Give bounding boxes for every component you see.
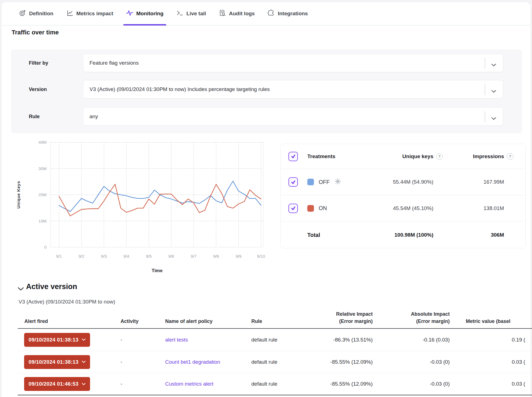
tab-label: Definition (29, 11, 53, 17)
monitoring-pulse-icon (126, 9, 133, 18)
activity-cell: - (121, 359, 122, 365)
select-all-checkbox[interactable] (288, 152, 298, 161)
alert-row: 09/10/2024 01:46:53 - Custom metrics ale… (18, 373, 532, 395)
monitoring-page: Definition Metrics impact Monitoring (0, 0, 532, 397)
tab-monitoring[interactable]: Monitoring (123, 2, 166, 25)
tab-audit-logs[interactable]: Audit logs (216, 2, 258, 25)
traffic-chart: 010M20M30M40M9/19/29/39/49/59/69/79/89/9… (11, 137, 277, 276)
total-unique-keys: 100.98M (100%) (395, 232, 433, 238)
svg-text:9/8: 9/8 (213, 254, 219, 259)
tab-label: Integrations (278, 11, 308, 17)
chevron-down-icon (82, 383, 86, 385)
rule-cell: default rule (251, 381, 277, 387)
rule-select[interactable]: any (83, 107, 503, 126)
relative-impact-cell: -85.55% (12.09%) (330, 359, 373, 365)
tab-label: Monitoring (136, 11, 163, 17)
alert-policy-link[interactable]: Count bet1 degradation (165, 359, 220, 365)
tab-label: Metrics impact (76, 11, 113, 17)
tab-integrations[interactable]: Integrations (265, 2, 311, 25)
treatments-total-row: Total 100.98M (100%) 306M (281, 221, 525, 249)
alert-policy-link[interactable]: alert tests (165, 337, 188, 343)
chevron-down-icon (491, 88, 496, 94)
svg-text:9/2: 9/2 (79, 254, 85, 259)
alert-fired-badge[interactable]: 09/10/2024 01:38:13 (24, 355, 90, 369)
tab-live-tail[interactable]: Live tail (173, 2, 209, 25)
alert-fired-badge[interactable]: 09/10/2024 01:38:13 (24, 333, 90, 347)
alerts-table: Alert fired Activity Name of alert polic… (18, 305, 532, 397)
column-header-relative-impact: Relative Impact (Error margin) (336, 310, 373, 325)
active-version-title: Active version (26, 282, 77, 291)
filter-row-rule: Rule any (29, 107, 503, 126)
treatments-card: Treatments Unique keys ? Impressions ? O… (280, 144, 526, 248)
page-title: Traffic over time (12, 29, 59, 36)
svg-text:40M: 40M (39, 140, 47, 145)
y-axis-title: Unique Keys (16, 181, 21, 209)
filter-panel: Filter by Feature flag versions Version … (11, 49, 522, 133)
on-series-swatch (307, 205, 314, 212)
on-checkbox[interactable] (288, 204, 298, 213)
help-icon[interactable]: ? (507, 153, 513, 160)
off-unique-keys: 55.44M (54.90%) (393, 179, 433, 185)
svg-text:9/6: 9/6 (168, 254, 174, 259)
tab-definition[interactable]: Definition (16, 2, 56, 25)
svg-text:30M: 30M (39, 166, 47, 171)
treatment-row-on: ON 45.54M (45.10%) 138.01M (281, 195, 525, 221)
filter-label: Version (29, 87, 83, 92)
on-unique-keys: 45.54M (45.10%) (393, 205, 433, 211)
svg-text:9/1: 9/1 (56, 254, 62, 259)
chevron-down-icon (82, 338, 86, 341)
total-impressions: 306M (491, 232, 504, 238)
off-series-swatch (307, 179, 314, 185)
metric-value-cell: 0.03 ( (512, 359, 525, 365)
tab-label: Live tail (186, 11, 206, 17)
svg-text:9/10: 9/10 (257, 254, 265, 259)
tab-metrics-impact[interactable]: Metrics impact (63, 2, 116, 25)
column-header-absolute-impact: Absolute Impact (Error margin) (411, 310, 450, 325)
metric-value-cell: 0.03 ( (512, 381, 525, 387)
tab-label: Audit logs (229, 11, 255, 17)
metrics-impact-icon (66, 9, 73, 18)
tab-bar: Definition Metrics impact Monitoring (2, 2, 530, 26)
check-icon (291, 154, 296, 159)
activity-cell: - (121, 337, 122, 343)
impressions-column-header: Impressions ? (473, 153, 513, 160)
help-icon[interactable]: ? (436, 153, 443, 160)
unique-keys-column-header: Unique keys ? (402, 153, 443, 160)
svg-text:20M: 20M (39, 192, 47, 197)
version-select[interactable]: V3 (Active) (09/01/2024 01:30PM to now) … (83, 80, 503, 98)
svg-text:9/4: 9/4 (124, 254, 129, 259)
x-axis-title: Time (152, 268, 162, 274)
field-divider (485, 111, 485, 122)
audit-logs-icon (219, 9, 226, 18)
svg-text:9/9: 9/9 (236, 254, 242, 259)
alert-row: 09/10/2024 01:38:13 - Count bet1 degrada… (18, 351, 532, 373)
filter-label: Filter by (29, 60, 83, 66)
absolute-impact-cell: -0.03 (0) (430, 359, 450, 365)
definition-icon (19, 9, 26, 18)
absolute-impact-cell: -0.16 (0.03) (423, 337, 450, 343)
alert-fired-badge[interactable]: 09/10/2024 01:46:53 (24, 377, 90, 391)
check-icon (291, 179, 296, 185)
relative-impact-cell: -86.3% (13.51%) (333, 337, 373, 343)
filter-row-filter-by: Filter by Feature flag versions (29, 54, 503, 72)
rule-value: any (89, 113, 98, 120)
relative-impact-cell: -85.55% (12.09%) (330, 381, 373, 387)
off-checkbox[interactable] (288, 177, 298, 187)
alert-policy-link[interactable]: Custom metrics alert (165, 381, 213, 387)
activity-cell: - (121, 381, 122, 387)
terminal-icon (176, 9, 183, 18)
treatment-name: OFF (307, 178, 341, 186)
chevron-down-icon (82, 361, 86, 363)
treatments-header-row: Treatments Unique keys ? Impressions ? (281, 144, 525, 169)
rule-cell: default rule (251, 359, 277, 365)
treatment-row-off: OFF 55.44M (54.90%) 167.99M (281, 169, 525, 195)
collapse-chevron-icon[interactable] (18, 287, 24, 292)
alerts-table-header: Alert fired Activity Name of alert polic… (18, 305, 532, 329)
check-icon (291, 206, 296, 211)
filter-by-value: Feature flag versions (89, 60, 139, 66)
absolute-impact-cell: -0.03 (0) (430, 381, 450, 387)
active-version-subtitle: V3 (Active) (09/10/2024 01:30PM to now) (19, 299, 115, 305)
filter-by-select[interactable]: Feature flag versions (83, 54, 503, 72)
total-label: Total (307, 232, 320, 238)
column-header-policy: Name of alert policy (165, 318, 213, 325)
